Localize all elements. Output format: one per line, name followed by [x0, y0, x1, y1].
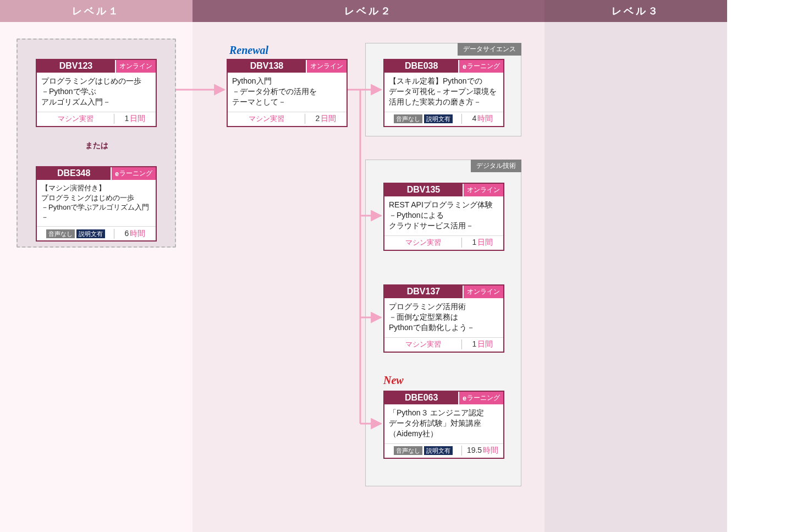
- card-dbv138-code: DBV138: [228, 60, 306, 73]
- card-dbv135-duration: 1日間: [462, 238, 503, 248]
- card-dbv135[interactable]: DBV135 オンライン REST APIプログラミング体験－Pythonによる…: [383, 183, 504, 251]
- card-dbv138[interactable]: DBV138 オンライン Python入門－データ分析での活用をテーマとして－ …: [227, 59, 348, 127]
- card-dbv123-title: プログラミングはじめの一歩－Pythonで学ぶアルゴリズム入門－: [37, 73, 156, 112]
- card-dbv123[interactable]: DBV123 オンライン プログラミングはじめの一歩－Pythonで学ぶアルゴリ…: [36, 59, 157, 127]
- card-dbe063-mode: eラーニング: [458, 392, 503, 404]
- card-dbv135-title: REST APIプログラミング体験－Pythonによるクラウドサービス活用－: [384, 196, 503, 235]
- card-dbv135-foot-left: マシン実習: [384, 238, 461, 248]
- card-dbv138-mode: オンライン: [306, 60, 346, 73]
- card-dbv138-duration: 2日間: [305, 114, 346, 124]
- card-dbv137-code: DBV137: [384, 286, 463, 298]
- card-dbe063-title: 「Python３ エンジニア認定データ分析試験」対策講座（Aidemy社）: [384, 404, 503, 443]
- card-dbe063-code: DBE063: [384, 392, 458, 404]
- card-dbv123-mode: オンライン: [115, 60, 156, 73]
- level-3-header: レベル３: [544, 0, 727, 22]
- card-dbe063-foot-left: 音声なし説明文有: [384, 446, 461, 455]
- level-1-header: レベル１: [0, 0, 193, 22]
- new-flag: New: [383, 374, 404, 387]
- card-dbv138-title: Python入門－データ分析での活用をテーマとして－: [228, 73, 346, 112]
- card-dbv137[interactable]: DBV137 オンライン プログラミング活用術－面倒な定型業務はPythonで自…: [383, 284, 504, 353]
- card-dbe348-code: DBE348: [37, 167, 111, 180]
- card-dbe348-title: 【マシン演習付き】プログラミングはじめの一歩－Pythonで学ぶアルゴリズム入門…: [37, 180, 156, 226]
- card-dbv138-foot-left: マシン実習: [228, 114, 305, 124]
- card-dbe348-mode: eラーニング: [111, 167, 156, 180]
- card-dbe038-title: 【スキル定着】Pythonでのデータ可視化－オープン環境を活用した実装力の磨き方…: [384, 73, 503, 112]
- card-dbv137-foot-left: マシン実習: [384, 339, 461, 349]
- card-dbe038[interactable]: DBE038 eラーニング 【スキル定着】Pythonでのデータ可視化－オープン…: [383, 59, 504, 127]
- card-dbe038-mode: eラーニング: [458, 60, 503, 73]
- card-dbe038-code: DBE038: [384, 60, 458, 73]
- card-dbe348-duration: 6時間: [114, 229, 156, 239]
- category-digital-tech-label: デジタル技術: [471, 160, 521, 172]
- card-dbe038-duration: 4時間: [462, 114, 503, 124]
- level-2-header: レベル２: [193, 0, 544, 22]
- card-dbv123-foot-left: マシン実習: [37, 114, 114, 124]
- card-dbe348-foot-left: 音声なし説明文有: [37, 229, 114, 238]
- level-3-column: レベル３: [544, 0, 727, 532]
- card-dbe063[interactable]: DBE063 eラーニング 「Python３ エンジニア認定データ分析試験」対策…: [383, 391, 504, 459]
- card-dbv137-title: プログラミング活用術－面倒な定型業務はPythonで自動化しよう－: [384, 298, 503, 337]
- card-dbv123-code: DBV123: [37, 60, 115, 73]
- card-dbe063-duration: 19.5時間: [462, 446, 503, 456]
- category-data-science-label: データサイエンス: [458, 43, 521, 56]
- card-dbv135-code: DBV135: [384, 184, 463, 196]
- card-dbv137-mode: オンライン: [463, 286, 503, 298]
- card-dbv135-mode: オンライン: [463, 184, 503, 196]
- card-dbv123-duration: 1日間: [114, 114, 156, 124]
- card-dbv137-duration: 1日間: [462, 339, 503, 349]
- renewal-flag: Renewal: [229, 44, 268, 57]
- or-label: または: [85, 141, 108, 151]
- card-dbe038-foot-left: 音声なし説明文有: [384, 114, 461, 123]
- card-dbe348[interactable]: DBE348 eラーニング 【マシン演習付き】プログラミングはじめの一歩－Pyt…: [36, 166, 157, 242]
